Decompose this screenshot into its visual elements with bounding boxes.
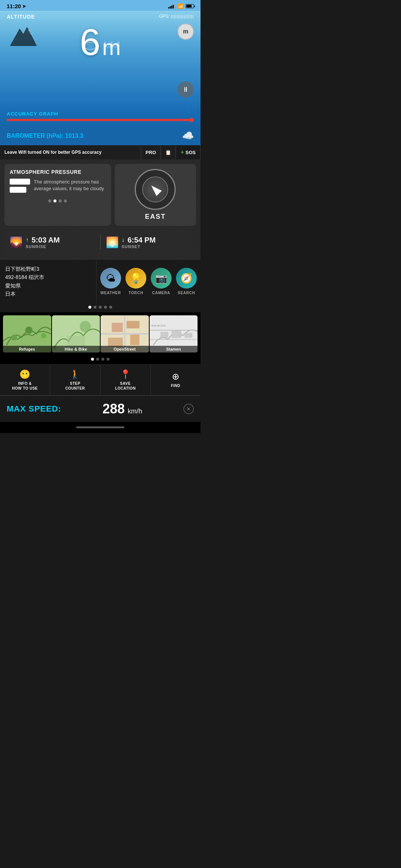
map-dots <box>0 355 200 364</box>
quick-action-weather[interactable]: 🌤 WEATHER <box>100 268 121 295</box>
sunrise-item: 🌄 ↑ 5:03 AM SUNRISE <box>10 236 95 249</box>
home-bar[interactable] <box>76 426 124 428</box>
camera-icon: 📷 <box>151 268 172 289</box>
map-stamen[interactable]: Rue de Droi... Stamen <box>150 315 198 352</box>
compass-direction: EAST <box>145 213 166 221</box>
search-icon: 🧭 <box>176 268 197 289</box>
accuracy-section: ACCURACY GRAPH <box>0 109 200 126</box>
status-time-block: 11:20 ➤ <box>7 3 26 9</box>
accuracy-label: ACCURACY GRAPH <box>7 111 194 117</box>
info-label: INFO &HOW TO USE <box>12 381 38 391</box>
max-speed-close-button[interactable]: ✕ <box>183 404 194 414</box>
signal-icon <box>168 4 175 9</box>
torch-icon: 💡 <box>125 268 146 289</box>
sunset-label: SUNSET <box>122 244 156 249</box>
location-dots <box>0 303 200 312</box>
dot-1 <box>48 199 51 202</box>
location-actions-row: 日下部松野町3 492-8184 稲沢市 愛知県 日本 🌤 WEATHER 💡 … <box>0 260 200 303</box>
status-bar: 11:20 ➤ 📶 <box>0 0 200 11</box>
map-dot-2 <box>96 358 99 361</box>
wifi-notice-text: Leave Wifi turned ON for better GPS accu… <box>0 146 141 159</box>
loc-dot-2 <box>94 306 97 309</box>
nav-arrow-icon: ➤ <box>22 4 26 9</box>
location-text-block: 日下部松野町3 492-8184 稲沢市 愛知県 日本 <box>0 260 97 303</box>
pro-button[interactable]: PRO <box>141 146 161 159</box>
notes-icon: 📋 <box>165 150 171 155</box>
pressure-description: The atmospheric pressure has average val… <box>34 179 106 192</box>
svg-point-6 <box>79 321 91 332</box>
search-label: SEARCH <box>177 291 195 295</box>
info-icon: 😶 <box>19 369 30 380</box>
torch-label: TORCH <box>128 291 143 295</box>
max-speed-unit: km/h <box>128 407 142 415</box>
loc-dot-5 <box>109 306 112 309</box>
quick-actions-grid: 🌤 WEATHER 💡 TORCH 📷 CAMERA 🧭 SEARCH <box>97 260 200 303</box>
home-indicator <box>0 422 200 433</box>
location-actions-section: 日下部松野町3 492-8184 稲沢市 愛知県 日本 🌤 WEATHER 💡 … <box>0 259 200 312</box>
openstreet-label: OpenStreet <box>101 346 149 352</box>
weather-icon: 🌤 <box>100 268 121 289</box>
altitude-section: ALTITUDE GPS: |||||||||||||||| 6 m 6 m m… <box>0 11 200 109</box>
dark-cards-section: ATMOSPHERIC PRESSURE The atmospheric pre… <box>0 159 200 259</box>
battery-icon <box>186 4 194 8</box>
nav-item-step-counter[interactable]: 🚶 STEPCOUNTER <box>50 365 100 395</box>
sos-button[interactable]: + SOS <box>176 145 200 159</box>
location-line3: 愛知県 <box>5 282 91 290</box>
quick-action-camera[interactable]: 📷 CAMERA <box>151 268 172 295</box>
max-speed-number: 288 <box>102 401 125 417</box>
find-icon: ⊕ <box>172 371 179 382</box>
nav-item-find[interactable]: ⊕ FIND <box>151 365 200 395</box>
compass-card[interactable]: EAST <box>115 164 196 226</box>
svg-rect-20 <box>185 333 192 338</box>
svg-rect-18 <box>160 332 168 338</box>
wifi-notice-bar: Leave Wifi turned ON for better GPS accu… <box>0 145 200 159</box>
pressure-bar-1 <box>10 179 30 185</box>
cloud-icon: ☁️ <box>182 130 194 142</box>
step-counter-label: STEPCOUNTER <box>65 381 85 391</box>
loc-dot-4 <box>104 306 107 309</box>
action-buttons: PRO 📋 + SOS <box>141 145 200 159</box>
map-openstreet[interactable]: OpenStreet <box>101 315 149 352</box>
dot-3 <box>59 199 62 202</box>
map-section: Refuges Hike & Bike OpenStreet <box>0 312 200 355</box>
status-indicators: 📶 <box>168 3 194 9</box>
camera-label: CAMERA <box>152 291 170 295</box>
svg-rect-19 <box>172 331 181 338</box>
sunrise-info: ↑ 5:03 AM SUNRISE <box>26 236 60 249</box>
nav-item-info[interactable]: 😶 INFO &HOW TO USE <box>0 365 50 395</box>
sunset-time: 6:54 PM <box>128 236 156 244</box>
map-refuges[interactable]: Refuges <box>3 315 51 352</box>
refuges-label: Refuges <box>3 346 51 352</box>
location-line1: 日下部松野町3 <box>5 265 91 273</box>
svg-rect-8 <box>112 323 123 332</box>
pressure-bar-2 <box>10 187 30 193</box>
map-dot-1 <box>91 358 94 361</box>
map-hike[interactable]: Hike & Bike <box>52 315 100 352</box>
sunrise-arrow: ↑ <box>26 237 29 243</box>
bottom-nav: 😶 INFO &HOW TO USE 🚶 STEPCOUNTER 📍 SAVEL… <box>0 364 200 395</box>
wifi-icon: 📶 <box>177 3 183 9</box>
save-location-icon: 📍 <box>120 369 131 380</box>
accuracy-fill <box>7 119 194 121</box>
nav-item-save-location[interactable]: 📍 SAVELOCATION <box>101 365 151 395</box>
altitude-reflection: 6 <box>80 38 100 59</box>
save-location-label: SAVELOCATION <box>115 381 136 391</box>
notes-button[interactable]: 📋 <box>161 146 176 159</box>
quick-action-search[interactable]: 🧭 SEARCH <box>176 268 197 295</box>
weather-label: WEATHER <box>100 291 121 295</box>
barometer-value: 1013.3 <box>65 133 83 139</box>
sunrise-time: 5:03 AM <box>32 236 60 244</box>
sunset-item: 🌅 ↓ 6:54 PM SUNSET <box>106 236 191 249</box>
sunset-info: ↓ 6:54 PM SUNSET <box>122 236 156 249</box>
sos-label: SOS <box>186 150 196 155</box>
unit-button[interactable]: m <box>177 23 194 40</box>
find-label: FIND <box>171 383 180 388</box>
compass-circle <box>135 169 176 210</box>
gps-label: GPS: |||||||||||||||| <box>159 14 194 19</box>
svg-text:Rue de Droi...: Rue de Droi... <box>151 324 167 327</box>
pause-button[interactable]: ⏸ <box>177 81 194 98</box>
stamen-label: Stamen <box>150 346 198 352</box>
accuracy-graph <box>7 119 194 121</box>
quick-action-torch[interactable]: 💡 TORCH <box>125 268 146 295</box>
accuracy-dot <box>189 118 194 122</box>
